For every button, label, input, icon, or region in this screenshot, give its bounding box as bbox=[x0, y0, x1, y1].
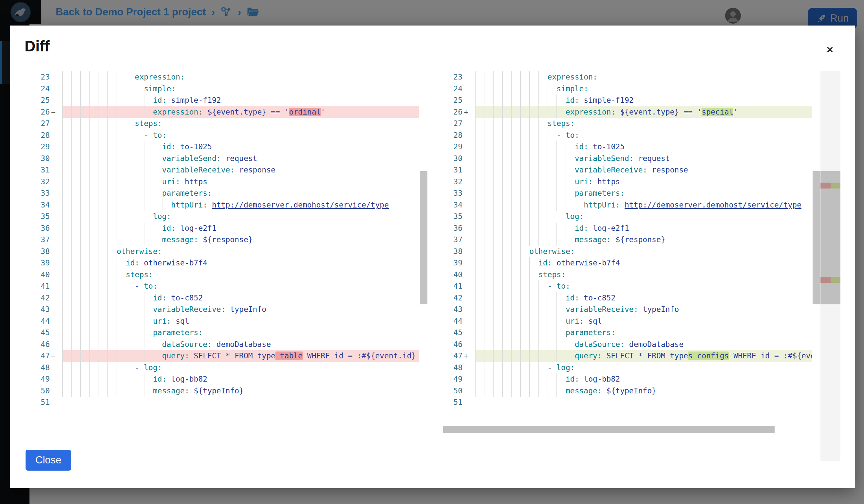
code-line: id: log-e2f1 bbox=[475, 223, 812, 234]
yaml-key: to: bbox=[144, 282, 157, 290]
yaml-key: parameters: bbox=[153, 328, 203, 337]
diff-line: 24 simple: bbox=[439, 83, 812, 95]
diff-marker bbox=[50, 397, 62, 408]
diff-marker bbox=[463, 246, 475, 258]
line-number: 28 bbox=[26, 130, 50, 142]
line-number: 25 bbox=[439, 95, 463, 106]
code-line: id: log-bb82 bbox=[62, 373, 419, 385]
diff-line: 41 - to: bbox=[439, 281, 812, 292]
diff-marker bbox=[50, 153, 62, 164]
horizontal-scrollbar[interactable] bbox=[443, 426, 775, 433]
yaml-value: ' bbox=[321, 108, 325, 116]
diff-line: 26+ expression: ${event.type} == 'specia… bbox=[439, 106, 812, 118]
code-line: simple: bbox=[475, 83, 812, 95]
diff-marker: − bbox=[50, 106, 62, 118]
diff-pane-right[interactable]: 23 expression:24 simple:25 id: simple-f1… bbox=[439, 71, 812, 435]
code-line: parameters: bbox=[475, 187, 812, 199]
yaml-value: simple-f192 bbox=[584, 96, 633, 105]
diff-line: 35 - log: bbox=[26, 211, 419, 223]
diff-marker bbox=[50, 187, 62, 199]
yaml-key: log: bbox=[556, 363, 575, 372]
diff-marker: + bbox=[463, 106, 475, 118]
diff-pane-left[interactable]: 23 expression:24 simple:25 id: simple-f1… bbox=[26, 71, 419, 435]
yaml-value: typeInfo bbox=[230, 305, 266, 314]
yaml-key: id: bbox=[153, 375, 167, 383]
diff-line: 34 httpUri: http://demoserver.demohost/s… bbox=[439, 199, 812, 211]
diff-line: 43 variableReceive: typeInfo bbox=[439, 304, 812, 316]
diff-marker bbox=[50, 269, 62, 281]
yaml-value: SELECT * FROM type bbox=[194, 352, 275, 360]
code-line bbox=[475, 397, 812, 408]
yaml-dash: - bbox=[135, 363, 144, 372]
diff-line: 51 bbox=[26, 397, 419, 408]
close-button[interactable]: Close bbox=[26, 450, 71, 471]
diff-line: 45 parameters: bbox=[26, 327, 419, 339]
yaml-key: expression: bbox=[153, 108, 203, 116]
line-number: 33 bbox=[26, 187, 50, 199]
yaml-key: steps: bbox=[126, 270, 153, 279]
diff-marker bbox=[50, 327, 62, 339]
diff-marker: − bbox=[50, 350, 62, 362]
code-line: steps: bbox=[62, 118, 419, 130]
line-number: 24 bbox=[439, 83, 463, 95]
code-line: id: otherwise-b7f4 bbox=[62, 257, 419, 269]
yaml-value: demoDatabase bbox=[216, 340, 271, 348]
code-line: uri: sql bbox=[62, 316, 419, 327]
url-link[interactable]: http://demoserver.demohost/service/type bbox=[625, 201, 802, 209]
yaml-key: id: bbox=[153, 294, 167, 302]
diff-modal: Diff 23 expression:24 simple:25 id: simp… bbox=[10, 26, 855, 488]
url-link[interactable]: http://demoserver.demohost/service/type bbox=[212, 201, 389, 209]
diff-word-highlight: ordinal bbox=[289, 108, 321, 116]
minimap-viewport[interactable] bbox=[820, 171, 840, 304]
diff-line: 23 expression: bbox=[439, 71, 812, 83]
diff-line: 29 id: to-1025 bbox=[26, 141, 419, 153]
diff-line: 43 variableReceive: typeInfo bbox=[26, 304, 419, 316]
diff-line: 24 simple: bbox=[26, 83, 419, 95]
diff-line: 37 message: ${response} bbox=[26, 234, 419, 246]
yaml-value: https bbox=[597, 177, 620, 186]
diff-line: 39 id: otherwise-b7f4 bbox=[26, 257, 419, 269]
right-vertical-scrollbar[interactable] bbox=[813, 171, 820, 304]
yaml-key: uri: bbox=[162, 177, 180, 186]
diff-line: 48 - log: bbox=[439, 362, 812, 374]
yaml-value: otherwise-b7f4 bbox=[556, 259, 620, 267]
diff-line: 27 steps: bbox=[26, 118, 419, 130]
yaml-key: query: bbox=[162, 352, 189, 360]
line-number: 44 bbox=[26, 316, 50, 327]
close-icon[interactable] bbox=[824, 44, 836, 56]
yaml-dash: - bbox=[144, 131, 153, 139]
yaml-key: variableSend: bbox=[162, 154, 221, 163]
code-line: steps: bbox=[475, 269, 812, 281]
diff-marker bbox=[50, 234, 62, 246]
yaml-value: https bbox=[185, 177, 207, 186]
code-line: dataSource: demoDatabase bbox=[62, 339, 419, 351]
code-line: uri: sql bbox=[475, 316, 812, 327]
code-line: variableReceive: typeInfo bbox=[62, 304, 419, 316]
code-line: simple: bbox=[62, 83, 419, 95]
yaml-value: request bbox=[226, 154, 257, 163]
diff-marker bbox=[463, 187, 475, 199]
diff-line: 31 variableReceive: response bbox=[26, 164, 419, 176]
code-line: parameters: bbox=[475, 327, 812, 339]
diff-marker bbox=[463, 199, 475, 211]
diff-minimap[interactable] bbox=[820, 71, 840, 461]
diff-line: 28 - to: bbox=[26, 130, 419, 142]
yaml-key: id: bbox=[575, 143, 589, 151]
code-line: httpUri: http://demoserver.demohost/serv… bbox=[475, 199, 812, 211]
code-line: variableSend: request bbox=[62, 153, 419, 164]
yaml-key: dataSource: bbox=[162, 340, 212, 348]
code-line: id: simple-f192 bbox=[62, 95, 419, 106]
left-vertical-scrollbar[interactable] bbox=[420, 171, 428, 304]
diff-marker bbox=[463, 164, 475, 176]
yaml-value: ${event.type} == ' bbox=[620, 108, 701, 116]
line-number: 30 bbox=[26, 153, 50, 164]
line-number: 49 bbox=[26, 373, 50, 385]
code-line: - log: bbox=[475, 211, 812, 223]
diff-marker bbox=[50, 292, 62, 304]
line-number: 32 bbox=[26, 176, 50, 188]
code-line: - log: bbox=[475, 362, 812, 374]
line-number: 31 bbox=[26, 164, 50, 176]
diff-line: 27 steps: bbox=[439, 118, 812, 130]
line-number: 36 bbox=[26, 223, 50, 234]
line-number: 37 bbox=[439, 234, 463, 246]
